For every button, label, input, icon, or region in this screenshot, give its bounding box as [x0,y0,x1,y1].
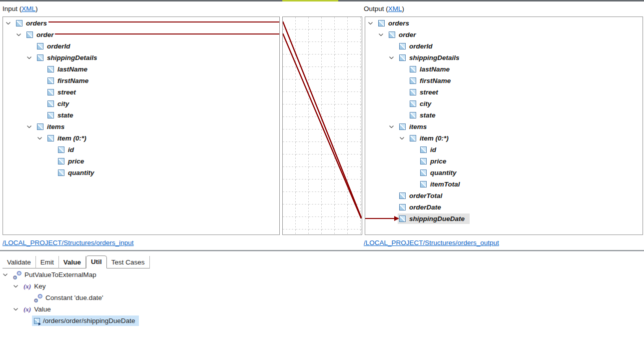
output-node-shippingduedate[interactable]: shippingDueDate [365,213,643,224]
chevron-down-icon[interactable] [27,126,37,128]
output-node-lastname[interactable]: lastName [365,64,643,75]
mapping-line-order[interactable] [55,34,279,34]
input-node-shippingdetails[interactable]: shippingDetails [3,52,279,64]
input-node-items[interactable]: items [3,121,279,132]
output-node-city[interactable]: city [365,98,643,110]
output-node-street[interactable]: street [365,86,643,98]
xml-element-icon [410,66,416,72]
input-node-orders[interactable]: orders [3,18,279,29]
node-label: /orders/order/shippingDueDate [43,317,135,324]
output-node-quantity[interactable]: quantity [365,167,643,178]
xml-element-icon [420,158,427,164]
xml-element-icon [399,43,406,50]
xml-element-icon [420,146,427,153]
output-node-orderid[interactable]: orderId [365,40,643,52]
node-label: items [409,123,427,130]
input-node-city[interactable]: city [3,98,279,110]
util-node-xpath-value[interactable]: /orders/order/shippingDueDate [0,315,300,326]
input-node-orderid[interactable]: orderId [3,40,279,52]
util-node-constant[interactable]: ⚙⚙ Constant 'due.date' [0,292,300,304]
xml-element-icon [399,124,406,130]
input-node-price[interactable]: price [3,156,279,167]
chevron-down-icon[interactable] [37,137,47,140]
output-node-order[interactable]: order [365,29,643,40]
xml-element-icon [410,112,416,118]
input-xml-link[interactable]: XML [21,5,35,12]
output-structure-link[interactable]: /LOCAL_PROJECT/Structures/orders_output [364,239,499,246]
node-label: firstName [57,77,88,84]
output-node-orders[interactable]: orders [365,18,643,29]
selected-node-highlight: shippingDueDate [398,214,470,224]
input-node-order[interactable]: order [3,29,279,40]
input-node-firstname[interactable]: firstName [3,75,279,86]
chevron-down-icon[interactable] [389,126,399,128]
top-accent-highlight [282,0,338,2]
output-header-text: Output ( [364,5,388,12]
node-label: items [47,123,64,130]
xml-element-icon [399,204,406,210]
output-node-id[interactable]: id [365,144,643,156]
chevron-down-icon[interactable] [6,22,16,24]
xml-element-icon [420,181,427,188]
output-node-firstname[interactable]: firstName [365,75,643,86]
output-node-itemtotal[interactable]: itemTotal [365,178,643,190]
tab-value[interactable]: Value [59,256,86,268]
chevron-down-icon[interactable] [13,285,23,288]
output-node-shippingdetails[interactable]: shippingDetails [365,52,643,64]
input-node-quantity[interactable]: quantity [3,167,279,178]
input-tree-panel: orders order orderId shippingDetails las… [2,16,280,235]
xml-element-icon [58,158,64,164]
input-node-item[interactable]: item (0:*) [3,132,279,144]
util-node-value[interactable]: (x) Value [0,304,300,315]
selected-value-highlight: /orders/order/shippingDueDate [32,316,139,326]
util-node-putvaluetoexternalmap[interactable]: ⚙⚙ PutValueToExternalMap [0,269,300,280]
input-node-id[interactable]: id [3,144,279,156]
mapping-line-orders[interactable] [48,22,279,22]
output-xml-link[interactable]: XML [388,5,402,12]
chevron-down-icon[interactable] [16,34,26,36]
node-label: id [68,146,74,154]
node-label: lastName [57,66,87,73]
input-node-state[interactable]: state [3,110,279,121]
chevron-down-icon[interactable] [400,137,410,140]
output-node-price[interactable]: price [365,156,643,167]
node-label: item (0:*) [57,134,86,142]
function-parameter-icon: (x) [23,282,31,290]
chevron-down-icon[interactable] [379,34,389,36]
mapping-canvas[interactable] [282,16,362,235]
output-node-ordertotal[interactable]: orderTotal [365,190,643,202]
node-label: city [57,100,69,108]
xml-element-icon [26,32,33,38]
xml-element-icon [399,192,406,199]
input-structure-link[interactable]: /LOCAL_PROJECT/Structures/orders_input [2,239,134,246]
arrowhead-icon [394,216,399,221]
tab-util[interactable]: Util [86,256,107,268]
node-label: order [399,31,416,38]
xml-element-icon [47,100,54,107]
node-label: price [430,158,446,165]
output-node-item[interactable]: item (0:*) [365,132,643,144]
util-node-key[interactable]: (x) Key [0,280,300,292]
tab-validate[interactable]: Validate [2,256,36,268]
element-reference-icon [34,318,40,324]
chevron-down-icon[interactable] [3,274,13,276]
output-node-state[interactable]: state [365,110,643,121]
chevron-down-icon[interactable] [368,22,378,24]
node-label: orders [388,20,409,27]
chevron-down-icon[interactable] [389,56,399,59]
chevron-down-icon[interactable] [13,308,23,310]
node-label: Constant 'due.date' [45,294,103,302]
xml-element-icon [58,170,64,176]
output-node-items[interactable]: items [365,121,643,132]
node-label: shippingDetails [409,54,460,62]
xml-element-icon [410,78,416,84]
node-label: orders [26,20,47,27]
input-node-street[interactable]: street [3,86,279,98]
chevron-down-icon[interactable] [27,56,37,59]
output-node-orderdate[interactable]: orderDate [365,202,643,213]
input-node-lastname[interactable]: lastName [3,64,279,75]
mapping-arrow[interactable] [365,215,400,222]
tab-emit[interactable]: Emit [36,256,59,268]
tab-test-cases[interactable]: Test Cases [107,256,150,268]
output-panel-header: Output (XML) [364,5,404,12]
